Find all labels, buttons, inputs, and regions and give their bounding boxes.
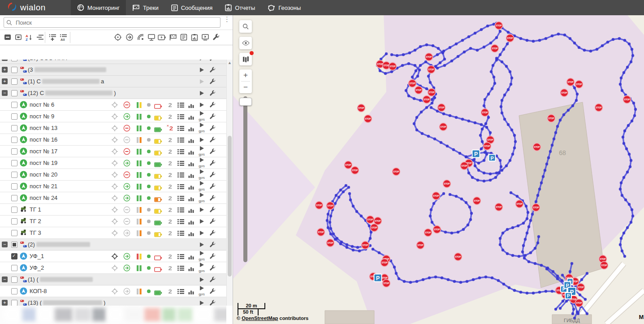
collapse-group-button[interactable]: − xyxy=(2,276,8,282)
scroll-up-arrow[interactable]: ▲ xyxy=(227,60,233,65)
unit-settings-wrench-icon[interactable] xyxy=(208,136,216,144)
parking-marker[interactable]: P xyxy=(565,293,571,299)
unit-row[interactable]: ТГ 22 xyxy=(0,216,226,227)
expand-group-button[interactable]: + xyxy=(2,78,8,84)
connection-bars-icon[interactable] xyxy=(135,147,143,156)
stop-marker[interactable]: STOP xyxy=(425,53,432,60)
stop-marker[interactable]: STOP xyxy=(317,228,324,236)
unit-settings-wrench-icon[interactable] xyxy=(208,159,216,167)
unit-chart-icon[interactable] xyxy=(187,124,195,132)
group-play-button[interactable] xyxy=(198,66,206,74)
stop-marker[interactable]: STOP xyxy=(315,201,323,209)
unit-name[interactable]: УФ_1 xyxy=(30,253,44,259)
unit-name[interactable]: КОП-8 xyxy=(30,288,47,294)
connection-bars-icon[interactable] xyxy=(135,217,143,225)
unit-play-gprs-button[interactable]: gprs xyxy=(198,286,206,294)
stop-marker[interactable]: STOP xyxy=(416,241,424,249)
unit-properties-list-icon[interactable] xyxy=(177,159,185,167)
unit-settings-wrench-icon[interactable] xyxy=(208,112,216,121)
unit-play-gprs-button[interactable]: gprs xyxy=(198,111,206,119)
follow-unit-icon[interactable] xyxy=(111,217,119,225)
stop-marker[interactable]: STOP xyxy=(495,22,502,29)
stop-marker[interactable]: STOP xyxy=(595,104,602,111)
stop-marker[interactable]: STOP xyxy=(432,192,440,199)
list-scrollbar[interactable]: ▲ xyxy=(226,60,233,306)
settings-wrench-icon[interactable] xyxy=(212,33,220,41)
unit-checkbox[interactable] xyxy=(11,183,17,190)
unit-chart-icon[interactable] xyxy=(187,287,195,295)
sensor-icon[interactable]: 2 xyxy=(166,194,174,202)
tab-messages[interactable]: Сообщения xyxy=(165,0,219,15)
unit-name[interactable]: ТГ 3 xyxy=(30,229,41,236)
unit-chart-icon[interactable] xyxy=(187,229,195,237)
unit-settings-wrench-icon[interactable] xyxy=(208,206,216,214)
unit-row[interactable]: пост № 62 xyxy=(0,99,226,111)
unit-settings-wrench-icon[interactable] xyxy=(208,147,216,156)
sensor-icon[interactable]: 2 xyxy=(166,101,174,109)
events-icon[interactable] xyxy=(158,33,166,41)
unit-settings-wrench-icon[interactable] xyxy=(208,124,216,132)
unit-settings-wrench-icon[interactable] xyxy=(208,252,216,260)
group-play-button[interactable] xyxy=(198,60,206,62)
stop-marker[interactable]: STOP xyxy=(460,162,468,169)
follow-unit-icon[interactable] xyxy=(111,264,119,272)
unit-chart-icon[interactable] xyxy=(187,252,195,260)
follow-unit-icon[interactable] xyxy=(114,33,122,41)
unit-row[interactable]: пост № 212gprs xyxy=(0,181,226,192)
group-row[interactable]: −(10)ООО ППП xyxy=(0,60,226,64)
unit-row[interactable]: КОП-82gprs xyxy=(0,285,226,297)
lbs-detect-icon[interactable] xyxy=(137,33,145,41)
connection-bars-icon[interactable] xyxy=(135,229,143,237)
expand-group-button[interactable]: + xyxy=(2,67,8,73)
motion-state-icon[interactable] xyxy=(123,287,131,295)
unit-play-gprs-button[interactable]: gprs xyxy=(198,123,206,131)
scroll-thumb[interactable] xyxy=(228,136,232,276)
motion-state-icon[interactable] xyxy=(123,136,131,144)
follow-unit-icon[interactable] xyxy=(111,101,119,109)
unit-properties-list-icon[interactable] xyxy=(177,136,185,144)
group-settings-wrench-icon[interactable] xyxy=(208,276,216,284)
unit-chart-icon[interactable] xyxy=(187,182,195,190)
unit-checkbox[interactable] xyxy=(11,137,17,143)
unit-play-gprs-button[interactable]: gprs xyxy=(198,263,206,271)
unit-name[interactable]: пост № 16 xyxy=(30,136,57,143)
connection-bars-icon[interactable] xyxy=(135,159,143,167)
sort-az-icon[interactable]: AZ xyxy=(25,33,33,41)
stop-marker[interactable]: STOP xyxy=(443,180,450,187)
connection-bars-icon[interactable] xyxy=(135,194,143,202)
connection-bars-icon[interactable] xyxy=(135,252,143,260)
unit-row[interactable]: пост № 92gprs xyxy=(0,111,226,122)
unit-play-gprs-button[interactable]: gprs xyxy=(198,146,206,154)
connection-bars-icon[interactable] xyxy=(135,287,143,295)
connection-bars-icon[interactable] xyxy=(135,264,143,272)
stop-marker[interactable]: STOP xyxy=(560,89,568,96)
tab-reports[interactable]: Отчеты xyxy=(219,0,261,15)
search-input[interactable] xyxy=(4,17,220,28)
sensor-icon[interactable]: 2 xyxy=(166,229,174,237)
follow-unit-icon[interactable] xyxy=(111,136,119,144)
motion-state-icon[interactable] xyxy=(123,124,131,132)
unit-checkbox[interactable] xyxy=(11,218,17,225)
add-to-list-icon[interactable] xyxy=(48,33,56,41)
group-settings-wrench-icon[interactable] xyxy=(208,241,216,249)
unit-play-gprs-button[interactable]: gprs xyxy=(198,251,206,259)
unit-chart-icon[interactable] xyxy=(187,206,195,214)
unit-chart-icon[interactable] xyxy=(187,159,195,167)
unit-play-button[interactable] xyxy=(198,229,206,237)
stop-marker[interactable]: STOP xyxy=(577,283,584,291)
show-direction-icon[interactable] xyxy=(125,33,134,41)
sensor-icon[interactable]: ×2 xyxy=(166,124,174,132)
unit-play-gprs-button[interactable]: gprs xyxy=(198,181,206,189)
unit-name[interactable]: пост № 24 xyxy=(30,194,57,201)
unit-name[interactable]: пост № 21 xyxy=(30,183,57,190)
unit-properties-list-icon[interactable] xyxy=(177,217,185,225)
unit-row[interactable]: пост № 162 xyxy=(0,134,226,146)
unit-settings-wrench-icon[interactable] xyxy=(208,264,216,272)
group-row[interactable]: +(1) Са xyxy=(0,76,226,87)
unit-chart-icon[interactable] xyxy=(187,101,195,109)
map-search-button[interactable] xyxy=(239,20,252,33)
stop-marker[interactable]: STOP xyxy=(423,95,430,103)
stop-marker[interactable]: STOP xyxy=(506,34,514,42)
unit-settings-wrench-icon[interactable] xyxy=(208,171,216,179)
stop-marker[interactable]: STOP xyxy=(357,104,365,112)
